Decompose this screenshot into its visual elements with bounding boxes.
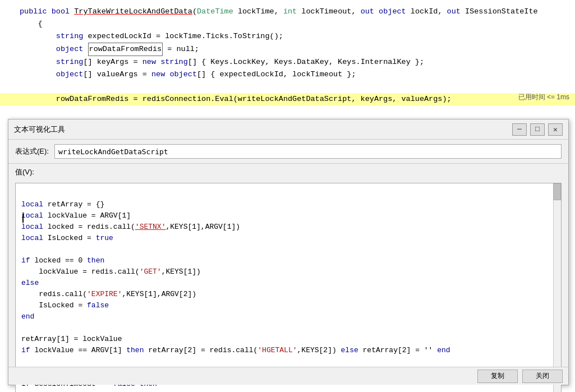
dialog-bottom-bar: 复制 关闭 [8,367,568,385]
expression-row: 表达式(E): [8,140,568,164]
visualizer-dialog: 文本可视化工具 ─ □ ✕ 表达式(E): 值(V): local retArr… [8,119,569,385]
code-line-8-highlighted: rowDataFromRedis = redisConnection.Eval(… [0,93,575,105]
code-line-5: string[] keyArgs = new string[] { Keys.L… [0,56,575,68]
timing-badge: 已用时间 <= 1ms [518,93,569,102]
code-line-2: { [0,18,575,30]
text-caret [22,214,24,223]
code-line-1: public bool TryTakeWriteLockAndGetData(D… [0,6,575,18]
code-line-3: string expectedLockId = lockTime.Ticks.T… [0,30,575,43]
code-line-7 [0,81,575,93]
dialog-controls: ─ □ ✕ [512,123,563,136]
close-button[interactable]: ✕ [548,123,563,136]
lua-code-content: local retArray = {} local lockValue = AR… [16,183,561,392]
restore-button[interactable]: □ [530,123,545,136]
code-line-6: object[] valueArgs = new object[] { expe… [0,68,575,81]
vertical-scrollbar[interactable] [553,183,561,392]
scrollbar-thumb[interactable] [553,183,561,200]
value-label: 值(V): [15,167,34,177]
copy-button[interactable]: 复制 [477,370,518,383]
close-dialog-button[interactable]: 关闭 [522,370,563,383]
dialog-title: 文本可视化工具 [14,124,65,135]
code-line-4: object rowDataFromRedis = null; [0,43,575,56]
minimize-button[interactable]: ─ [512,123,527,136]
code-background: public bool TryTakeWriteLockAndGetData(D… [0,0,575,112]
expression-label: 表达式(E): [15,146,49,156]
value-row: 值(V): [8,164,568,181]
dialog-titlebar: 文本可视化工具 ─ □ ✕ [8,119,568,140]
code-display-area: local retArray = {} local lockValue = AR… [15,183,562,392]
expression-input[interactable] [54,144,562,159]
